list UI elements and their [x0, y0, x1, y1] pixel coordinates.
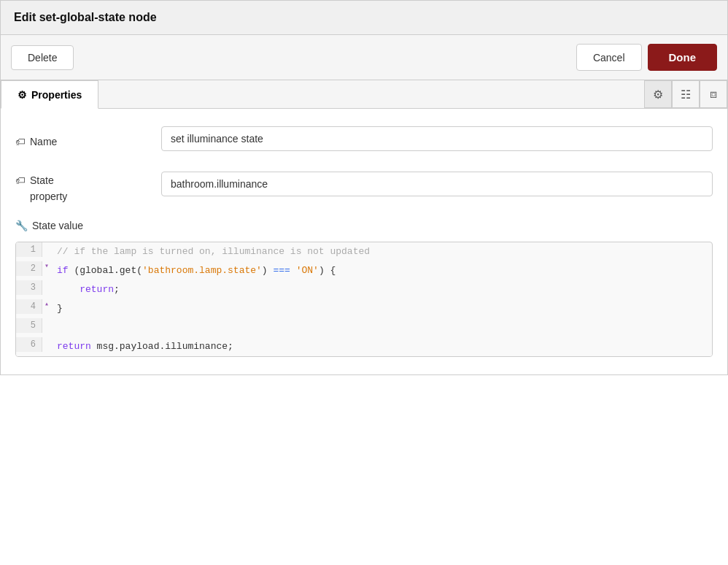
code-line-5: 5: [16, 318, 712, 337]
code-line-4: 4 ▴ }: [16, 299, 712, 318]
edit-dialog: Edit set-global-state node Delete Cancel…: [0, 0, 728, 375]
name-label: 🏷 Name: [15, 130, 161, 147]
code-line-2: 2 ▾ if (global.get('bathroom.lamp.state'…: [16, 261, 712, 280]
tag-icon-2: 🏷: [15, 174, 26, 186]
delete-button[interactable]: Delete: [11, 45, 74, 70]
dialog-body: 🏷 Name 🏷 State property 🔧 State value: [1, 109, 727, 374]
tab-properties-label: Properties: [31, 89, 82, 101]
tag-icon: 🏷: [15, 136, 26, 147]
dialog-title: Edit set-global-state node: [14, 11, 157, 23]
gear-icon: ⚙: [18, 89, 27, 101]
dialog-toolbar: Delete Cancel Done: [1, 35, 727, 80]
code-line-3: 3 return;: [16, 280, 712, 299]
done-button[interactable]: Done: [648, 44, 718, 71]
layout-icon-btn[interactable]: ⧈: [700, 80, 727, 108]
state-value-label-text: State value: [32, 220, 83, 231]
dialog-header: Edit set-global-state node: [1, 1, 727, 35]
tabs-area: ⚙ Properties ⚙ ☷ ⧈: [1, 80, 727, 109]
tab-icons-group: ⚙ ☷ ⧈: [644, 80, 727, 108]
settings-icon-btn[interactable]: ⚙: [644, 80, 672, 108]
state-property-label: 🏷 State property: [15, 169, 161, 202]
code-editor[interactable]: 1 // if the lamp is turned on, illuminan…: [15, 242, 713, 357]
state-property-input[interactable]: [161, 172, 713, 196]
name-input[interactable]: [161, 126, 713, 151]
tab-properties[interactable]: ⚙ Properties: [1, 80, 98, 109]
code-line-1: 1 // if the lamp is turned on, illuminan…: [16, 242, 712, 261]
state-value-section: 🔧 State value: [15, 220, 713, 231]
state-property-row: 🏷 State property: [15, 169, 713, 202]
wrench-icon: 🔧: [15, 220, 28, 231]
code-line-6: 6 return msg.payload.illuminance;: [16, 337, 712, 356]
description-icon-btn[interactable]: ☷: [672, 80, 700, 108]
cancel-button[interactable]: Cancel: [576, 44, 642, 71]
name-row: 🏷 Name: [15, 126, 713, 151]
